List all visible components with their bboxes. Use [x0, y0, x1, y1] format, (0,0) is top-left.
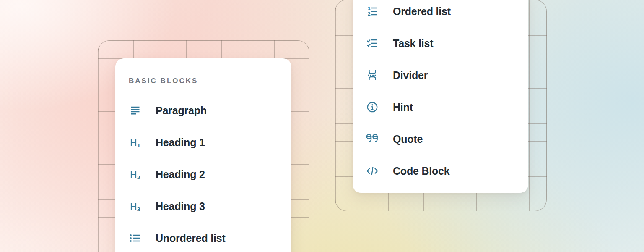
- menu-item-label: Task list: [393, 37, 433, 50]
- heading-2-icon: 2: [129, 168, 141, 181]
- task-list-icon: [366, 37, 379, 50]
- menu-item-heading-2[interactable]: 2Heading 2: [115, 158, 291, 190]
- menu-item-label: Heading 1: [156, 136, 205, 149]
- menu-item-label: Heading 3: [156, 200, 205, 213]
- menu-item-heading-1[interactable]: 1Heading 1: [115, 126, 291, 158]
- unordered-list-icon: [129, 232, 141, 244]
- heading-1-icon: 1: [129, 136, 141, 149]
- heading-3-icon: 3: [129, 200, 141, 213]
- menu-item-label: Paragraph: [156, 105, 207, 117]
- menu-item-task-list[interactable]: Task list: [353, 27, 528, 59]
- ordered-list-icon: 1 2: [366, 5, 379, 18]
- menu-item-ordered-list[interactable]: 1 2Ordered list: [353, 0, 528, 27]
- menu-item-divider[interactable]: Divider: [353, 59, 528, 91]
- menu-item-hint[interactable]: Hint: [353, 91, 528, 123]
- basic-blocks-menu: BASIC BLOCKS Paragraph 1Heading 1 2Headi…: [115, 58, 291, 252]
- svg-text:1: 1: [368, 6, 371, 11]
- svg-text:2: 2: [137, 174, 141, 181]
- svg-text:3: 3: [137, 206, 141, 213]
- section-header-basic-blocks: BASIC BLOCKS: [129, 74, 291, 89]
- menu-item-quote[interactable]: Quote: [353, 123, 528, 155]
- menu-item-label: Quote: [393, 133, 423, 145]
- menu-list: Paragraph 1Heading 1 2Heading 2 3Heading…: [115, 94, 291, 252]
- menu-list: 1 2Ordered list Task list Divider Hint Q…: [353, 0, 528, 187]
- paragraph-icon: [129, 104, 141, 117]
- menu-item-unordered-list[interactable]: Unordered list: [115, 222, 291, 252]
- menu-item-heading-3[interactable]: 3Heading 3: [115, 190, 291, 222]
- menu-item-label: Hint: [393, 101, 413, 113]
- code-block-icon: [366, 165, 379, 177]
- menu-item-code-block[interactable]: Code Block: [353, 155, 528, 187]
- svg-text:2: 2: [368, 11, 371, 17]
- menu-item-label: Code Block: [393, 165, 450, 177]
- quote-icon: [366, 133, 379, 145]
- hint-icon: [366, 101, 379, 113]
- svg-text:1: 1: [137, 142, 141, 149]
- divider-icon: [366, 69, 379, 81]
- menu-item-label: Unordered list: [156, 232, 226, 244]
- menu-item-paragraph[interactable]: Paragraph: [115, 94, 291, 126]
- menu-item-label: Divider: [393, 69, 428, 81]
- menu-item-label: Heading 2: [156, 168, 205, 181]
- background: BASIC BLOCKS Paragraph 1Heading 1 2Headi…: [0, 0, 644, 252]
- blocks-continued-menu: 1 2Ordered list Task list Divider Hint Q…: [353, 0, 528, 193]
- menu-item-label: Ordered list: [393, 5, 451, 18]
